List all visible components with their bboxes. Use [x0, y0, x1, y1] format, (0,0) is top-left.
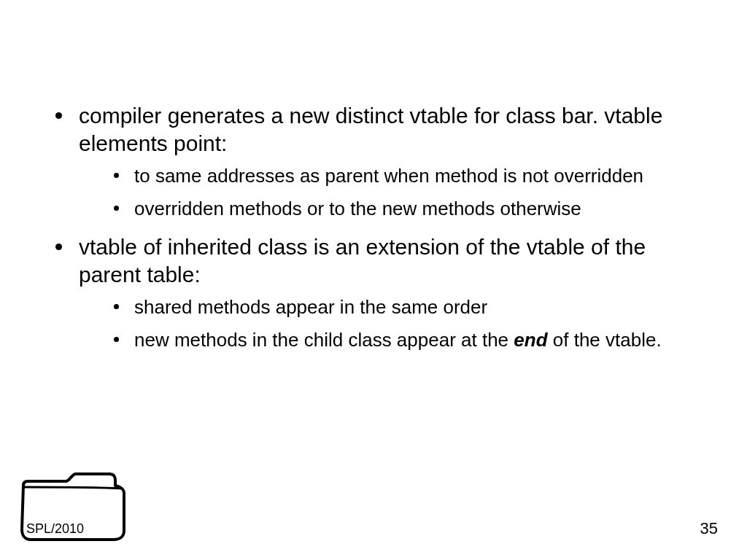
list-item: to same addresses as parent when method … [79, 164, 696, 188]
bullet-text: vtable of inherited class is an extensio… [79, 235, 646, 287]
sub-bullet-text: shared methods appear in the same order [134, 296, 487, 318]
list-item: new methods in the child class appear at… [79, 328, 696, 352]
sub-bullet-post: of the vtable. [548, 329, 662, 351]
sub-bullet-em: end [514, 329, 547, 351]
bullet-list: compiler generates a new distinct vtable… [51, 102, 696, 351]
list-item: shared methods appear in the same order [79, 295, 696, 319]
sub-list: shared methods appear in the same order … [79, 295, 696, 351]
slide-body: compiler generates a new distinct vtable… [0, 0, 747, 351]
sub-bullet-text: to same addresses as parent when method … [134, 165, 643, 187]
list-item: overridden methods or to the new methods… [79, 197, 696, 221]
page-number: 35 [700, 519, 718, 538]
sub-bullet-text: overridden methods or to the new methods… [134, 198, 581, 219]
footer-label: SPL/2010 [26, 521, 84, 537]
sub-bullet-pre: new methods in the child class appear at… [134, 329, 514, 351]
list-item: vtable of inherited class is an extensio… [51, 233, 696, 351]
bullet-text: compiler generates a new distinct vtable… [79, 104, 662, 155]
list-item: compiler generates a new distinct vtable… [51, 102, 696, 220]
sub-list: to same addresses as parent when method … [79, 164, 696, 220]
